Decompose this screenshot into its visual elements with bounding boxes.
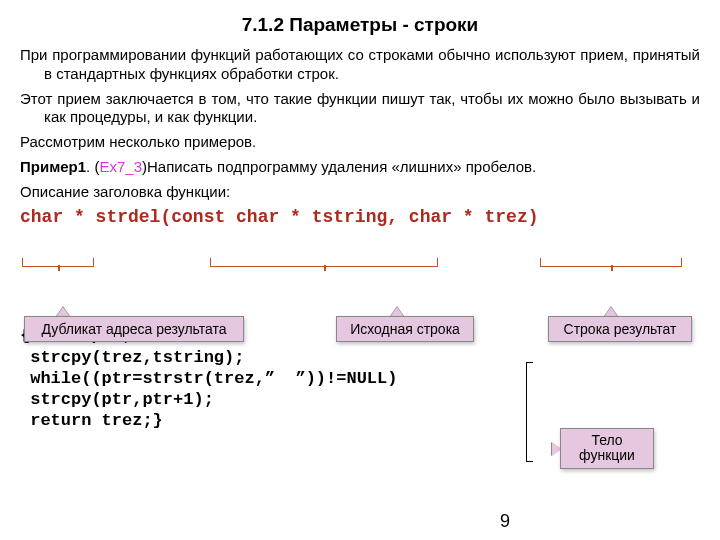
- brace-return-type: [22, 258, 94, 267]
- example-label: Пример1: [20, 158, 86, 175]
- example-ref: Ex7_3: [99, 158, 142, 175]
- page-number: 9: [500, 511, 510, 532]
- code-line-4: strcpy(ptr,ptr+1);: [20, 390, 214, 409]
- example-text: )Написать подпрограмму удаления «лишних»…: [142, 158, 536, 175]
- callout-source-string: Исходная строка: [336, 316, 474, 342]
- brace-body-icon: [526, 362, 533, 462]
- section-heading: 7.1.2 Параметры - строки: [20, 14, 700, 36]
- function-signature: char * strdel(const char * tstring, char…: [20, 207, 700, 227]
- paragraph-1: При программировании функций работающих …: [20, 46, 700, 84]
- code-line-3: while((ptr=strstr(trez,” ”))!=NULL): [20, 369, 397, 388]
- brace-param2: [540, 258, 682, 267]
- paragraph-2: Этот прием заключается в том, что такие …: [20, 90, 700, 128]
- brace-param1: [210, 258, 438, 267]
- callout-result-string: Строка результат: [548, 316, 692, 342]
- paragraph-4: Пример1. (Ex7_3)Написать подпрограмму уд…: [20, 158, 700, 177]
- code-line-2: strcpy(trez,tstring);: [20, 348, 244, 367]
- code-line-5: return trez;}: [20, 411, 163, 430]
- callout-body: Тело функции: [560, 428, 654, 469]
- paragraph-3: Рассмотрим несколько примеров.: [20, 133, 700, 152]
- callout-return-duplicate: Дубликат адреса результата: [24, 316, 244, 342]
- paragraph-5: Описание заголовка функции:: [20, 183, 700, 202]
